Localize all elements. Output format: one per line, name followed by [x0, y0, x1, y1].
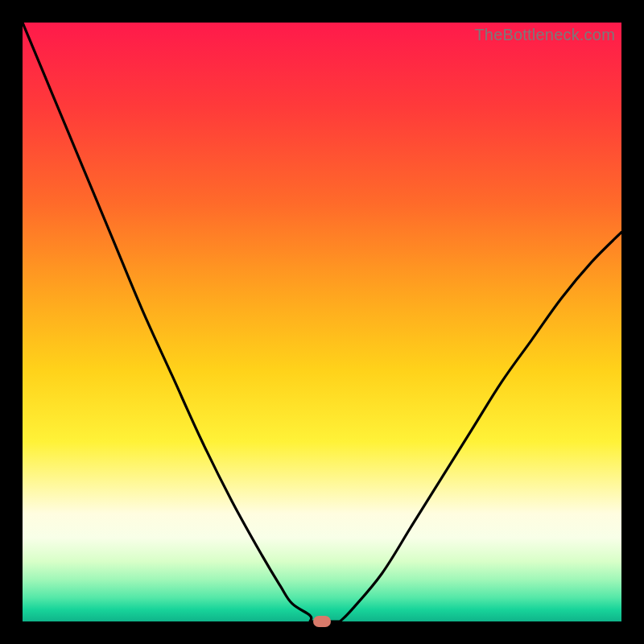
plot-area: TheBottleneck.com	[23, 23, 621, 621]
chart-frame: TheBottleneck.com	[0, 0, 644, 644]
optimal-marker-icon	[313, 616, 331, 627]
bottleneck-curve	[23, 23, 621, 621]
